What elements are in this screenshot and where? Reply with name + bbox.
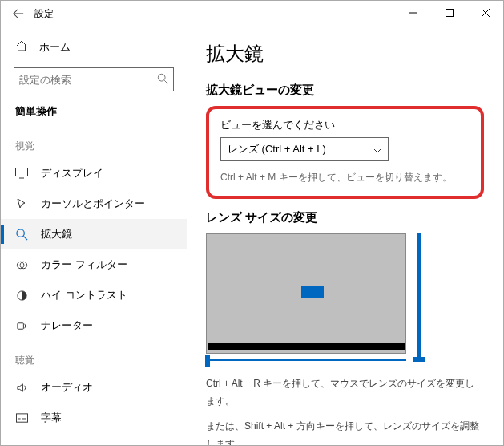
minimize-icon <box>409 9 417 17</box>
search-input[interactable] <box>19 74 157 86</box>
sidebar-section-title: 簡単操作 <box>1 101 187 127</box>
sidebar-group-hearing: 聴覚 <box>1 341 187 372</box>
captions-icon <box>15 413 28 424</box>
sidebar-item-label: オーディオ <box>41 380 93 395</box>
display-icon <box>15 168 28 179</box>
chevron-down-icon <box>373 144 381 156</box>
colorfilter-icon <box>15 259 28 271</box>
sidebar-item-cursor[interactable]: カーソルとポインター <box>1 189 187 219</box>
close-button[interactable] <box>467 1 503 25</box>
content-area: ホーム 簡単操作 視覚 ディスプレイ カーソルとポインター 拡大鏡 <box>1 26 503 445</box>
svg-rect-14 <box>16 413 27 421</box>
sidebar: ホーム 簡単操作 視覚 ディスプレイ カーソルとポインター 拡大鏡 <box>1 26 187 445</box>
maximize-icon <box>446 9 454 17</box>
window-title: 設定 <box>34 7 54 21</box>
sidebar-item-label: カラー フィルター <box>41 257 127 272</box>
sidebar-item-captions[interactable]: 字幕 <box>1 403 187 433</box>
svg-point-8 <box>16 229 23 236</box>
sidebar-item-colorfilter[interactable]: カラー フィルター <box>1 249 187 280</box>
audio-icon <box>15 382 28 394</box>
close-icon <box>482 9 490 17</box>
horizontal-slider-thumb[interactable] <box>205 355 210 367</box>
cursor-icon <box>15 198 28 209</box>
sidebar-item-label: ナレーター <box>41 318 93 333</box>
maximize-button[interactable] <box>431 1 467 25</box>
search-icon <box>157 73 168 87</box>
home-icon <box>15 39 28 55</box>
sidebar-item-magnifier[interactable]: 拡大鏡 <box>1 219 187 249</box>
page-title: 拡大鏡 <box>206 41 484 67</box>
lens-area <box>206 233 484 361</box>
view-help-text: Ctrl + Alt + M キーを押して、ビューを切り替えます。 <box>220 171 470 184</box>
minimize-button[interactable] <box>395 1 431 25</box>
vertical-slider-thumb[interactable] <box>413 357 425 362</box>
sidebar-group-vision: 視覚 <box>1 127 187 158</box>
section-viewchange: 拡大鏡ビューの変更 <box>206 83 484 98</box>
lens-help-1: Ctrl + Alt + R キーを押して、マウスでレンズのサイズを変更します。 <box>206 375 484 410</box>
sidebar-item-label: 拡大鏡 <box>41 227 72 241</box>
lens-preview-wrapper <box>206 233 413 361</box>
sidebar-item-label: ディスプレイ <box>41 166 103 180</box>
svg-line-5 <box>164 80 167 83</box>
vertical-slider-track[interactable] <box>417 233 421 361</box>
lens-blackbar <box>208 343 405 350</box>
section-lenssize: レンズ サイズの変更 <box>206 210 484 225</box>
svg-point-4 <box>158 74 165 81</box>
sidebar-item-label: カーソルとポインター <box>41 197 145 211</box>
main-panel: 拡大鏡 拡大鏡ビューの変更 ビューを選んでください レンズ (Ctrl + Al… <box>187 26 503 445</box>
sidebar-item-highcontrast[interactable]: ハイ コントラスト <box>1 280 187 310</box>
back-button[interactable] <box>9 4 28 23</box>
lens-indicator <box>301 286 324 298</box>
sidebar-item-narrator[interactable]: ナレーター <box>1 310 187 341</box>
svg-rect-13 <box>17 322 23 329</box>
horizontal-slider-track[interactable] <box>206 359 406 361</box>
svg-rect-6 <box>16 168 28 176</box>
sidebar-item-label: 字幕 <box>41 411 62 425</box>
settings-window: 設定 ホーム <box>0 0 504 446</box>
sidebar-item-display[interactable]: ディスプレイ <box>1 158 187 189</box>
lens-help-2: または、Shift + Alt + 方向キーを押して、レンズのサイズを調整します… <box>206 418 484 445</box>
view-select[interactable]: レンズ (Ctrl + Alt + L) <box>220 137 389 161</box>
narrator-icon <box>15 320 28 332</box>
search-box[interactable] <box>14 67 174 91</box>
sidebar-home[interactable]: ホーム <box>1 33 187 61</box>
magnifier-icon <box>15 229 28 241</box>
callout-box: ビューを選んでください レンズ (Ctrl + Alt + L) Ctrl + … <box>206 106 484 199</box>
svg-line-9 <box>23 236 27 240</box>
window-controls <box>395 1 503 25</box>
svg-rect-1 <box>446 10 453 17</box>
arrow-left-icon <box>13 8 24 19</box>
sidebar-item-audio[interactable]: オーディオ <box>1 372 187 403</box>
select-view-label: ビューを選んでください <box>220 119 470 132</box>
home-label: ホーム <box>39 40 71 55</box>
contrast-icon <box>15 290 28 302</box>
selected-view-value: レンズ (Ctrl + Alt + L) <box>228 142 326 156</box>
sidebar-item-label: ハイ コントラスト <box>41 288 127 302</box>
lens-preview <box>206 233 406 354</box>
titlebar: 設定 <box>1 1 503 26</box>
